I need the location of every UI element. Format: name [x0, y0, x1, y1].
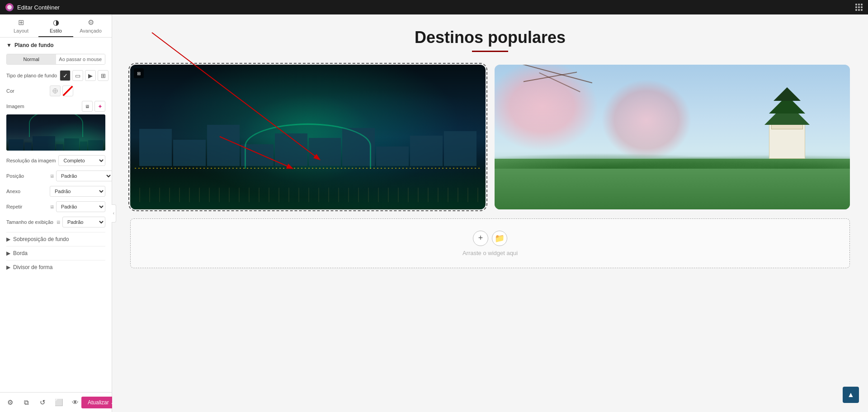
- sobreposicao-arrow: ▶: [6, 236, 10, 242]
- castle: [760, 95, 814, 159]
- tipo-video-btn[interactable]: ▶: [85, 70, 96, 81]
- content-area: Destinos populares ⊞: [112, 14, 868, 412]
- resolucao-label: Resolução da imagem: [6, 158, 56, 163]
- update-label: Atualizar: [88, 399, 109, 406]
- widget-drop-zone[interactable]: + 📁 Arraste o widget aqui: [130, 218, 850, 268]
- color-clear-btn[interactable]: [62, 85, 73, 96]
- grid-icon[interactable]: [855, 4, 863, 11]
- window-title: Editar Contêiner: [17, 4, 60, 11]
- anexo-label: Anexo: [6, 189, 47, 194]
- folder-icon: 📁: [495, 233, 505, 243]
- scroll-top-btn[interactable]: ▲: [843, 387, 859, 403]
- repetir-row: Repetir 🖥 Padrão Não repetir Repetir X R…: [6, 201, 105, 212]
- cor-controls: [50, 85, 105, 96]
- panel-content: ▼ Plano de fundo Normal Ao passar o mous…: [0, 38, 112, 392]
- page-title-block: Destinos populares: [130, 28, 850, 52]
- repetir-select[interactable]: Padrão Não repetir Repetir X Repetir Y: [56, 201, 105, 212]
- resolucao-row: Resolução da imagem Completo Thumbnail M…: [6, 155, 105, 166]
- anexo-row: Anexo Padrão Fixo Rolar: [6, 186, 105, 197]
- title-underline: [472, 51, 508, 52]
- borda-label: Borda: [13, 250, 28, 256]
- tab-layout[interactable]: ⊞ Layout: [4, 14, 38, 37]
- tipo-color-btn[interactable]: ▭: [72, 70, 83, 81]
- tab-avancado-label: Avançado: [80, 28, 102, 33]
- state-normal-btn[interactable]: Normal: [7, 54, 56, 64]
- folder-widget-btn[interactable]: 📁: [492, 231, 507, 246]
- tab-estilo[interactable]: ◑ Estilo: [38, 14, 73, 37]
- sobreposicao-label: Sobreposição de fundo: [13, 236, 69, 242]
- page-title: Destinos populares: [130, 28, 850, 47]
- card-handle-tokyo: ⊞: [134, 68, 144, 78]
- imagem-label: Imagem: [6, 104, 24, 109]
- section-sobreposicao[interactable]: ▶ Sobreposição de fundo: [6, 232, 105, 246]
- posicao-select[interactable]: Padrão Centro Superior esquerdo: [56, 170, 112, 181]
- drop-zone-text: Arraste o widget aqui: [462, 250, 518, 256]
- cor-row: Cor: [6, 85, 105, 96]
- top-bar: Editar Contêiner: [0, 0, 868, 14]
- layers-bottom-icon[interactable]: ⧉: [20, 396, 33, 409]
- app-logo: [5, 3, 14, 11]
- state-toggle: Normal Ao passar o mouse: [6, 54, 105, 65]
- avancado-icon: ⚙: [88, 18, 94, 27]
- image-card-tokyo[interactable]: ⊞: [130, 65, 486, 209]
- color-global-btn[interactable]: [50, 85, 61, 96]
- tipo-label: Tipo de plano de fundo: [6, 73, 57, 78]
- left-panel: ⊞ Layout ◑ Estilo ⚙ Avançado ▼ Plano de …: [0, 14, 112, 412]
- imagem-label-row: Imagem 🖥 ✦: [6, 101, 105, 112]
- panel-tabs: ⊞ Layout ◑ Estilo ⚙ Avançado: [0, 14, 112, 38]
- panel-collapse-handle[interactable]: ‹: [112, 204, 116, 223]
- tab-estilo-label: Estilo: [50, 28, 62, 33]
- divisor-arrow: ▶: [6, 264, 10, 270]
- tipo-none-btn[interactable]: ✓: [60, 70, 71, 81]
- image-grid: ⊞: [130, 65, 850, 209]
- image-preview-inner: [6, 114, 105, 151]
- tab-layout-label: Layout: [14, 28, 28, 33]
- cor-label: Cor: [6, 88, 47, 94]
- tipo-controls: ✓ ▭ ▶ ⊞: [60, 70, 108, 81]
- tipo-row: Tipo de plano de fundo ✓ ▭ ▶ ⊞: [6, 70, 105, 81]
- settings-bottom-icon[interactable]: ⚙: [4, 396, 16, 409]
- divisor-label: Divisor de forma: [13, 264, 52, 270]
- borda-arrow: ▶: [6, 250, 10, 256]
- add-icon: +: [478, 233, 483, 243]
- posicao-row: Posição 🖥 Padrão Centro Superior esquerd…: [6, 170, 105, 181]
- eye-bottom-icon[interactable]: 👁: [69, 396, 81, 409]
- state-hover-btn[interactable]: Ao passar o mouse: [56, 54, 105, 64]
- imagem-sparkle-btn[interactable]: ✦: [94, 101, 105, 112]
- widget-drop-buttons: + 📁: [473, 231, 507, 246]
- section-arrow: ▼: [6, 42, 12, 48]
- tamanho-label: Tamanho de exibição: [6, 219, 53, 225]
- image-preview[interactable]: [6, 114, 105, 151]
- resolucao-select[interactable]: Completo Thumbnail Médio Grande: [58, 155, 105, 166]
- tamanho-row: Tamanho de exibição 🖥 Padrão Cobrir Cont…: [6, 217, 105, 227]
- tipo-slide-btn[interactable]: ⊞: [98, 70, 108, 81]
- tokyo-image: [130, 65, 486, 209]
- history-bottom-icon[interactable]: ↺: [36, 396, 49, 409]
- panel-bottom: ⚙ ⧉ ↺ ⬜ 👁 Atualizar ▲: [0, 392, 112, 412]
- anexo-select[interactable]: Padrão Fixo Rolar: [50, 186, 105, 197]
- tamanho-select[interactable]: Padrão Cobrir Conter Automático: [62, 217, 105, 227]
- add-widget-btn[interactable]: +: [473, 231, 488, 246]
- tab-avancado[interactable]: ⚙ Avançado: [73, 14, 108, 37]
- estilo-icon: ◑: [53, 18, 59, 27]
- imagem-monitor-btn[interactable]: 🖥: [82, 101, 93, 112]
- section-divisor[interactable]: ▶ Divisor de forma: [6, 260, 105, 274]
- posicao-label: Posição: [6, 173, 47, 179]
- japan-image: [495, 65, 850, 209]
- responsive-bottom-icon[interactable]: ⬜: [52, 396, 65, 409]
- layout-icon: ⊞: [18, 18, 24, 27]
- bottom-icons: ⚙ ⧉ ↺ ⬜ 👁: [4, 396, 81, 409]
- repetir-label: Repetir: [6, 204, 47, 209]
- image-card-japan[interactable]: [495, 65, 850, 209]
- imagem-icons: 🖥 ✦: [82, 101, 105, 112]
- section-plano-fundo[interactable]: ▼ Plano de fundo: [6, 42, 105, 48]
- section-title: Plano de fundo: [14, 42, 54, 48]
- section-borda[interactable]: ▶ Borda: [6, 246, 105, 260]
